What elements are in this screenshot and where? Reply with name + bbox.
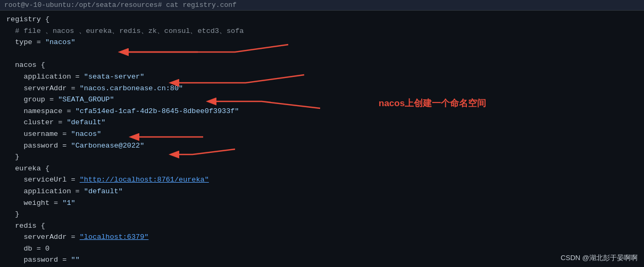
code-line-14: eureka {: [6, 163, 638, 175]
code-line-10: cluster = "default": [6, 117, 638, 128]
terminal-path: root@v-10-ubuntu:/opt/seata/resources# c…: [4, 1, 237, 9]
terminal-window: root@v-10-ubuntu:/opt/seata/resources# c…: [0, 0, 644, 267]
code-line-6: application = "seata-server": [6, 71, 638, 83]
code-line-22: password = "": [6, 254, 638, 266]
code-line-21: db = 0: [6, 243, 638, 255]
code-line-18: }: [6, 209, 638, 220]
code-line-20: serverAddr = "localhost:6379": [6, 231, 638, 243]
code-line-5: nacos {: [6, 59, 638, 71]
code-line-11: username = "nacos": [6, 128, 638, 140]
code-line-17: weight = "1": [6, 197, 638, 209]
code-line-13: }: [6, 151, 638, 163]
code-line-4: [6, 48, 638, 60]
code-line-1: registry {: [6, 14, 638, 25]
watermark: CSDN @湖北彭于晏啊啊: [561, 253, 638, 263]
terminal-top-bar: root@v-10-ubuntu:/opt/seata/resources# c…: [0, 0, 644, 11]
code-line-15: serviceUrl = "http://localhost:8761/eure…: [6, 174, 638, 186]
annotation-label: nacos上创建一个命名空间: [379, 96, 486, 110]
code-line-12: password = "Carbonease@2022": [6, 140, 638, 152]
code-line-3: type = "nacos": [6, 37, 638, 48]
code-line-2: # file 、nacos 、eureka、redis、zk、consul、et…: [6, 25, 638, 37]
code-line-7: serverAddr = "nacos.carbonease.cn:80": [6, 83, 638, 94]
code-line-19: redis {: [6, 220, 638, 232]
code-area: registry { # file 、nacos 、eureka、redis、z…: [6, 14, 638, 267]
code-line-8: group = "SEATA_GROUP": [6, 94, 638, 106]
code-line-16: application = "default": [6, 186, 638, 197]
code-line-9: namespace = "cfa514ed-1caf-4d2b-8645-8db…: [6, 106, 638, 117]
